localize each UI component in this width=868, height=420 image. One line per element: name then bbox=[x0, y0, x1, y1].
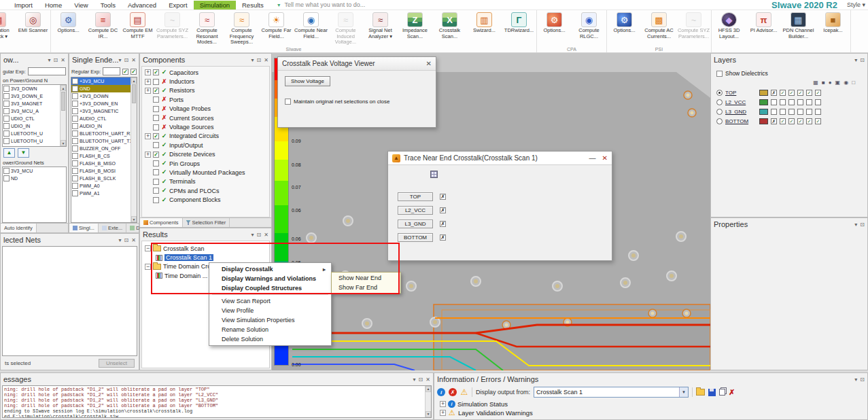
ribbon-button[interactable]: TDRwizard... bbox=[502, 10, 536, 46]
layer-checkbox[interactable] bbox=[780, 90, 786, 96]
regex-input[interactable] bbox=[28, 67, 66, 75]
select-all-grid-icon[interactable] bbox=[430, 171, 438, 178]
panel-menu-icon[interactable]: ▾ bbox=[854, 57, 857, 63]
net-checkbox[interactable] bbox=[3, 101, 10, 107]
layer-checkbox[interactable] bbox=[788, 99, 795, 105]
component-tree-item[interactable]: Inductors bbox=[142, 77, 269, 86]
ribbon-button[interactable]: Compute Induced Voltage... bbox=[328, 10, 363, 46]
ribbon-button[interactable]: Compute DC IR... bbox=[86, 10, 120, 46]
net-list-item[interactable]: FLASH_B_MOSI bbox=[71, 167, 137, 175]
net-list-item[interactable]: PWM_A1 bbox=[71, 190, 137, 197]
net-checkbox[interactable] bbox=[3, 168, 10, 174]
ribbon-button[interactable]: HFSS 3D Layout... bbox=[712, 10, 746, 46]
pin-icon[interactable]: ⊡ bbox=[124, 237, 129, 243]
net-checkbox[interactable] bbox=[72, 116, 78, 122]
net-checkbox[interactable] bbox=[3, 86, 10, 92]
close-icon[interactable]: ✕ bbox=[264, 232, 268, 238]
clear-icon[interactable]: ✗ bbox=[729, 388, 735, 397]
layer-checkbox[interactable] bbox=[780, 109, 786, 115]
component-checkbox[interactable] bbox=[153, 97, 159, 103]
style-menu[interactable]: Style ▾ bbox=[847, 1, 865, 8]
scroll-up-icon[interactable]: ▲ bbox=[131, 77, 137, 84]
ribbon-button[interactable]: Options... bbox=[537, 10, 572, 46]
component-checkbox[interactable] bbox=[153, 106, 159, 112]
layer-checkbox[interactable] bbox=[788, 90, 795, 96]
close-icon[interactable]: ✕ bbox=[426, 377, 430, 383]
open-log-icon[interactable] bbox=[696, 389, 705, 396]
regex-input[interactable] bbox=[103, 67, 120, 75]
component-checkbox[interactable] bbox=[153, 88, 159, 94]
layer-checkbox[interactable] bbox=[797, 118, 803, 124]
ribbon-search[interactable]: ▼ Tell me what you want to do... bbox=[277, 1, 366, 8]
move-up-button[interactable]: ▲ bbox=[3, 148, 15, 158]
ribbon-tab[interactable]: Tools bbox=[94, 1, 122, 10]
net-list-item[interactable]: FLASH_B_SCLK bbox=[71, 175, 137, 182]
panel-menu-icon[interactable]: ▾ bbox=[854, 222, 857, 228]
collapse-icon[interactable] bbox=[145, 264, 151, 270]
net-checkbox[interactable] bbox=[72, 183, 78, 189]
component-checkbox[interactable] bbox=[153, 142, 159, 148]
context-menu-item[interactable]: View Simulation Properties ▸ bbox=[209, 315, 331, 325]
ribbon-button[interactable]: Compute EM MTTF bbox=[120, 10, 155, 46]
layer-checkbox[interactable] bbox=[815, 118, 821, 124]
layer-checkbox[interactable] bbox=[788, 109, 795, 115]
expand-icon[interactable] bbox=[145, 69, 151, 75]
nets-tab[interactable]: Exte... bbox=[99, 224, 126, 232]
net-checkbox[interactable] bbox=[72, 108, 78, 114]
component-checkbox[interactable] bbox=[153, 179, 159, 185]
info-tree-item[interactable]: ⚠ Layer Validation Warnings bbox=[437, 408, 865, 417]
warning-filter-icon[interactable]: ⚠ bbox=[460, 388, 468, 396]
ribbon-button[interactable]: Compute Frequency Sweeps... bbox=[224, 10, 259, 46]
component-tree-item[interactable]: Ports bbox=[142, 95, 269, 104]
net-checkbox[interactable] bbox=[3, 116, 10, 122]
component-tree-item[interactable]: Voltage Probes bbox=[142, 105, 269, 113]
net-list-item[interactable]: UDIO_IN bbox=[3, 122, 66, 130]
ribbon-button[interactable]: Compute Far Field... bbox=[259, 10, 294, 46]
component-tree-item[interactable]: Pin Groups bbox=[142, 159, 269, 168]
net-list-item[interactable]: BUZZER_ON_OFF bbox=[71, 145, 137, 152]
ribbon-button[interactable]: Swizard... bbox=[467, 10, 502, 46]
layer-checkbox[interactable] bbox=[806, 99, 812, 105]
layer-checkbox[interactable] bbox=[780, 99, 786, 105]
expand-icon[interactable] bbox=[145, 79, 151, 85]
net-list-item[interactable]: +3V3_MCU bbox=[71, 77, 137, 85]
net-list-item[interactable]: UDIO_CTL bbox=[3, 115, 66, 122]
collapse-icon[interactable] bbox=[145, 245, 151, 251]
layer-checkbox[interactable] bbox=[797, 99, 803, 105]
net-list-item[interactable]: LUETOOTH_U bbox=[3, 130, 66, 137]
context-menu-item[interactable]: Rename Solution ▸ bbox=[209, 325, 331, 334]
components-tab[interactable]: Components bbox=[140, 218, 183, 227]
net-checkbox[interactable] bbox=[72, 168, 78, 174]
net-list-item[interactable]: AUDIO_IN bbox=[71, 122, 137, 130]
maintain-selections-checkbox[interactable] bbox=[285, 99, 291, 105]
net-checkbox[interactable] bbox=[3, 175, 10, 181]
info-filter-icon[interactable]: i bbox=[437, 388, 445, 396]
layer-checkbox[interactable] bbox=[815, 109, 821, 115]
ribbon-button[interactable]: PI Advisor... bbox=[746, 10, 781, 46]
close-icon[interactable]: ✕ bbox=[131, 237, 136, 243]
component-tree-item[interactable]: Component Blocks bbox=[142, 195, 269, 204]
net-checkbox[interactable] bbox=[72, 86, 78, 92]
output-source-dropdown[interactable]: Crosstalk Scan 1 ▼ bbox=[534, 387, 689, 398]
panel-menu-icon[interactable]: ▾ bbox=[413, 377, 416, 383]
layer-color-swatch[interactable] bbox=[759, 118, 768, 124]
ribbon-button[interactable]: Compute Near Field... bbox=[294, 10, 328, 46]
component-checkbox[interactable] bbox=[153, 197, 159, 203]
net-list-item[interactable]: +3V3_DOWN_EN bbox=[71, 100, 137, 107]
net-checkbox[interactable] bbox=[72, 175, 78, 181]
layer-checkbox[interactable] bbox=[806, 118, 812, 124]
layer-color-swatch[interactable] bbox=[759, 90, 768, 96]
pin-icon[interactable]: ⊡ bbox=[54, 57, 58, 63]
component-checkbox[interactable] bbox=[153, 133, 159, 139]
expand-icon[interactable] bbox=[145, 133, 151, 139]
ribbon-tab[interactable]: Export bbox=[162, 1, 193, 10]
layer-trace-checkbox[interactable] bbox=[440, 194, 446, 200]
panel-menu-icon[interactable]: ▾ bbox=[854, 377, 857, 383]
component-tree-item[interactable]: Voltage Sources bbox=[142, 122, 269, 131]
layer-trace-checkbox[interactable] bbox=[440, 234, 446, 241]
layer-checkbox[interactable] bbox=[771, 109, 777, 115]
copy-icon[interactable] bbox=[719, 389, 725, 396]
component-checkbox[interactable] bbox=[153, 115, 159, 121]
ribbon-tab[interactable]: Simulation bbox=[194, 1, 236, 10]
scrollbar[interactable]: ▲ ▼ bbox=[60, 85, 66, 146]
